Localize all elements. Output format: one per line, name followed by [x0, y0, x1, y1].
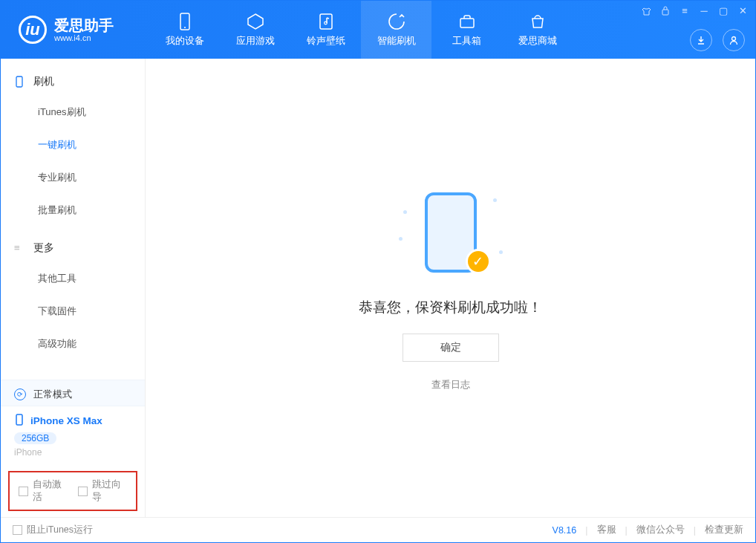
- sidebar-item-other-tools[interactable]: 其他工具: [1, 262, 145, 295]
- checkbox-block-itunes[interactable]: 阻止iTunes运行: [13, 524, 93, 536]
- body: 刷机 iTunes刷机 一键刷机 专业刷机 批量刷机 ≡ 更多 其他工具 下载固…: [1, 59, 755, 517]
- tab-label: 爱思商城: [518, 34, 557, 48]
- tab-label: 应用游戏: [236, 34, 275, 48]
- apps-icon: [246, 12, 265, 31]
- app-name: 爱思助手: [54, 17, 114, 33]
- toolbox-icon: [457, 12, 477, 31]
- device-mode[interactable]: ⟳ 正常模式: [1, 380, 145, 406]
- mode-icon: ⟳: [14, 388, 26, 400]
- svg-point-3: [324, 22, 327, 25]
- flash-icon: [387, 12, 406, 31]
- main-content: ✓ 恭喜您，保资料刷机成功啦！ 确定 查看日志: [146, 59, 755, 517]
- close-button[interactable]: ✕: [737, 5, 748, 16]
- statusbar: 阻止iTunes运行 V8.16 | 客服 | 微信公众号 | 检查更新: [1, 517, 755, 542]
- svg-rect-4: [460, 19, 474, 27]
- footer-link-wechat[interactable]: 微信公众号: [636, 524, 685, 536]
- view-log-link[interactable]: 查看日志: [431, 378, 470, 391]
- checkbox-label: 阻止iTunes运行: [27, 524, 93, 536]
- check-badge-icon: ✓: [466, 249, 491, 274]
- sidebar-section-flash: 刷机: [1, 68, 145, 96]
- sidebar-item-advanced[interactable]: 高级功能: [1, 328, 145, 360]
- footer-link-update[interactable]: 检查更新: [705, 524, 743, 536]
- success-illustration: ✓: [399, 185, 503, 282]
- sidebar-section-title: 刷机: [33, 75, 54, 88]
- tab-store[interactable]: 爱思商城: [502, 1, 573, 59]
- header-actions: [690, 29, 745, 51]
- titlebar: iu 爱思助手 www.i4.cn 我的设备 应用游戏 铃声壁纸 智能刷机: [1, 1, 755, 59]
- logo: iu 爱思助手 www.i4.cn: [1, 16, 149, 44]
- svg-rect-6: [662, 10, 668, 15]
- minimize-button[interactable]: ─: [699, 5, 709, 16]
- maximize-button[interactable]: ▢: [718, 5, 729, 16]
- checkbox-auto-activate[interactable]: 自动激活: [19, 478, 68, 504]
- sidebar-item-itunes-flash[interactable]: iTunes刷机: [1, 96, 145, 129]
- checkbox-icon: [19, 487, 28, 496]
- sidebar-item-batch-flash[interactable]: 批量刷机: [1, 194, 145, 227]
- shirt-icon[interactable]: [641, 5, 651, 16]
- tab-apps[interactable]: 应用游戏: [220, 1, 290, 59]
- sidebar-section-title: 更多: [33, 241, 54, 255]
- device-icon: [175, 12, 195, 31]
- music-icon: [316, 12, 336, 31]
- tab-label: 铃声壁纸: [307, 34, 345, 48]
- svg-rect-8: [16, 414, 22, 425]
- device-name: iPhone XS Max: [30, 415, 102, 426]
- lock-icon[interactable]: [660, 5, 671, 16]
- device-type: iPhone: [14, 447, 131, 458]
- sidebar: 刷机 iTunes刷机 一键刷机 专业刷机 批量刷机 ≡ 更多 其他工具 下载固…: [1, 59, 146, 517]
- account-button[interactable]: [723, 29, 745, 51]
- sidebar-item-oneclick-flash[interactable]: 一键刷机: [1, 129, 145, 161]
- download-button[interactable]: [690, 29, 712, 51]
- menu-icon[interactable]: ≡: [680, 5, 690, 16]
- tab-ringtones[interactable]: 铃声壁纸: [290, 1, 361, 59]
- main-tabs: 我的设备 应用游戏 铃声壁纸 智能刷机 工具箱 爱思商城: [149, 1, 573, 59]
- version-label: V8.16: [553, 525, 577, 536]
- footer-link-support[interactable]: 客服: [597, 524, 616, 536]
- checkbox-label: 自动激活: [33, 478, 68, 504]
- checkbox-skip-guide[interactable]: 跳过向导: [78, 478, 127, 504]
- phone-icon: [14, 76, 26, 88]
- checkbox-label: 跳过向导: [92, 478, 127, 504]
- sidebar-item-download-fw[interactable]: 下载固件: [1, 295, 145, 328]
- tab-my-device[interactable]: 我的设备: [149, 1, 220, 59]
- window-controls: ≡ ─ ▢ ✕: [641, 5, 748, 16]
- sidebar-item-pro-flash[interactable]: 专业刷机: [1, 161, 145, 194]
- device-info[interactable]: iPhone XS Max 256GB iPhone: [1, 406, 145, 465]
- svg-point-5: [732, 37, 736, 41]
- sidebar-section-more: ≡ 更多: [1, 234, 145, 262]
- ok-button[interactable]: 确定: [403, 334, 499, 362]
- store-icon: [528, 12, 547, 31]
- tab-label: 工具箱: [452, 34, 481, 48]
- svg-rect-7: [16, 77, 22, 87]
- device-storage: 256GB: [14, 432, 56, 444]
- mode-label: 正常模式: [33, 388, 72, 401]
- checkbox-icon: [13, 525, 22, 535]
- checkbox-icon: [78, 487, 88, 496]
- app-window: iu 爱思助手 www.i4.cn 我的设备 应用游戏 铃声壁纸 智能刷机: [0, 0, 756, 543]
- svg-point-1: [184, 27, 186, 28]
- tab-smart-flash[interactable]: 智能刷机: [361, 1, 431, 59]
- app-url: www.i4.cn: [54, 33, 114, 42]
- logo-icon: iu: [19, 16, 47, 44]
- device-phone-icon: [14, 414, 25, 428]
- success-message: 恭喜您，保资料刷机成功啦！: [359, 298, 542, 317]
- highlighted-options: 自动激活 跳过向导: [8, 471, 137, 511]
- menu-icon: ≡: [14, 242, 26, 254]
- tab-toolbox[interactable]: 工具箱: [431, 1, 502, 59]
- tab-label: 我的设备: [166, 34, 204, 48]
- tab-label: 智能刷机: [377, 34, 416, 48]
